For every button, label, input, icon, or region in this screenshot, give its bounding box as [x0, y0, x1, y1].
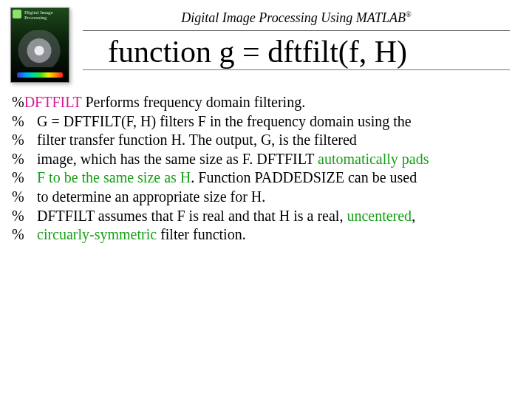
text: , — [412, 208, 415, 224]
code-comment-block: %DFTFILT Performs frequency domain filte… — [0, 83, 532, 245]
text: . Function PADDEDSIZE can be used — [191, 169, 417, 185]
text: Performs frequency domain filtering. — [81, 94, 305, 110]
book-subtitle: Digital Image Processing Using MATLAB® — [83, 7, 510, 31]
keyword-dftfilt: DFTFILT — [24, 94, 82, 110]
percent-sign: % — [12, 131, 37, 150]
cover-art-icon — [16, 30, 63, 67]
text: image, which has the same size as F. DFT… — [37, 151, 318, 167]
comment-line: %filter transfer function H. The output,… — [12, 131, 517, 150]
text: DFTFILT assumes that F is real and that … — [37, 208, 347, 224]
percent-sign: % — [12, 188, 37, 207]
comment-line: %G = DFTFILT(F, H) filters F in the freq… — [12, 112, 517, 132]
cover-title: Digital Image Processing — [24, 10, 66, 21]
highlight: automatically pads — [318, 151, 429, 167]
percent-sign: % — [12, 112, 37, 132]
title-block: Digital Image Processing Using MATLAB® f… — [83, 7, 517, 70]
percent-sign: % — [12, 168, 37, 188]
cover-line2: Processing — [24, 15, 47, 21]
percent-sign: % — [12, 150, 37, 169]
comment-line: %F to be the same size as H. Function PA… — [12, 168, 517, 188]
comment-line: %DFTFILT Performs frequency domain filte… — [12, 93, 517, 112]
text: G = DFTFILT(F, H) filters F in the frequ… — [37, 113, 412, 129]
slide-title: function g = dftfilt(f, H) — [83, 31, 510, 70]
comment-line: %to determine an appropriate size for H. — [12, 188, 517, 207]
percent-sign: % — [12, 225, 37, 245]
comment-line: %DFTFILT assumes that F is real and that… — [12, 207, 517, 226]
text: to determine an appropriate size for H. — [37, 188, 265, 205]
header-row: Digital Image Processing Digital Image P… — [0, 0, 532, 83]
book-cover-thumbnail: Digital Image Processing — [10, 7, 69, 83]
registered-mark: ® — [406, 10, 412, 18]
percent-sign: % — [12, 207, 37, 226]
percent-sign: % — [12, 94, 24, 110]
highlight: circuarly-symmetric — [37, 226, 157, 242]
text: filter transfer function H. The output, … — [37, 132, 357, 148]
subtitle-text: Digital Image Processing Using MATLAB — [181, 10, 406, 25]
highlight: F to be the same size as H — [37, 169, 191, 185]
comment-line: %image, which has the same size as F. DF… — [12, 150, 517, 169]
comment-line: %circuarly-symmetric filter function. — [12, 225, 517, 245]
highlight: uncentered — [347, 208, 412, 224]
text: filter function. — [157, 226, 246, 242]
